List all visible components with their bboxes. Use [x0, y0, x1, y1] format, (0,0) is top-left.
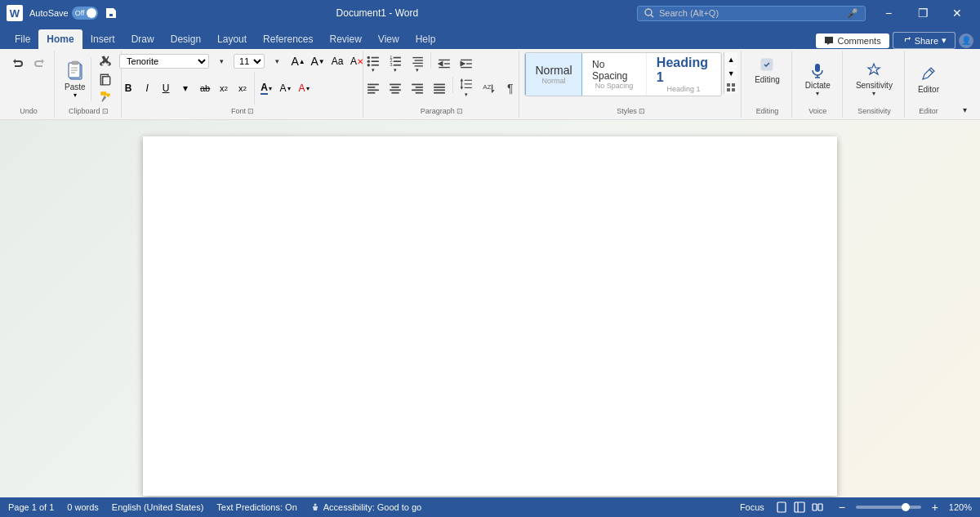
svg-rect-64: [795, 502, 804, 512]
clipboard-expand-icon[interactable]: ⊡: [102, 107, 109, 115]
italic-button[interactable]: I: [138, 79, 156, 97]
close-button[interactable]: ✕: [941, 2, 973, 25]
align-center-button[interactable]: [385, 77, 406, 100]
autosave-toggle[interactable]: Off: [72, 7, 98, 20]
tab-file[interactable]: File: [7, 29, 38, 49]
titlebar: W AutoSave Off Document1 - Word Search (…: [0, 0, 980, 26]
align-right-button[interactable]: [407, 77, 428, 100]
search-box[interactable]: Search (Alt+Q) 🎤: [637, 6, 866, 21]
strikethrough-btn[interactable]: ab: [196, 79, 214, 97]
font-divider1: [254, 72, 255, 105]
save-icon[interactable]: [105, 7, 118, 20]
styles-gallery: Normal Normal No Spacing No Spacing Head…: [524, 52, 722, 96]
multilevel-list-button[interactable]: ▾: [407, 52, 428, 75]
tab-review[interactable]: Review: [321, 29, 369, 49]
minimize-button[interactable]: −: [872, 2, 905, 25]
show-marks-button[interactable]: ¶: [500, 77, 521, 100]
share-button[interactable]: Share ▾: [893, 32, 956, 49]
comments-button[interactable]: Comments: [816, 33, 889, 48]
ribbon-expand-button[interactable]: ▾: [954, 104, 975, 116]
zoom-thumb[interactable]: [902, 503, 910, 511]
tab-insert[interactable]: Insert: [82, 29, 123, 49]
tab-design[interactable]: Design: [163, 29, 209, 49]
clipboard-secondary: [93, 52, 118, 106]
tab-view[interactable]: View: [370, 29, 408, 49]
restore-button[interactable]: ❐: [906, 2, 939, 25]
bullet-list-button[interactable]: ▾: [363, 52, 384, 75]
numbered-list-button[interactable]: 1.2.3. ▾: [385, 52, 406, 75]
undo-button[interactable]: [7, 54, 28, 70]
font-expand-icon[interactable]: ⊡: [247, 107, 254, 115]
decrease-indent-button[interactable]: [434, 52, 455, 75]
text-effect-button[interactable]: A ▾: [295, 79, 313, 97]
paste-button[interactable]: Paste ▾: [60, 56, 91, 102]
text-predictions[interactable]: Text Predictions: On: [216, 502, 296, 512]
styles-scroll-down[interactable]: ▼: [724, 66, 737, 80]
reader-view[interactable]: [810, 500, 825, 515]
style-heading1-item[interactable]: Heading 1 Heading 1: [647, 52, 721, 96]
undo-redo-content: [7, 54, 51, 106]
subscript-button[interactable]: x2: [215, 79, 233, 97]
para-row2: ▾ AZ ¶: [363, 77, 521, 100]
paragraph-label: Paragraph ⊡: [421, 106, 463, 116]
tab-references[interactable]: References: [255, 29, 321, 49]
zoom-level[interactable]: 120%: [949, 502, 972, 512]
highlight-color-button[interactable]: A ▾: [276, 79, 294, 97]
justify-button[interactable]: [429, 77, 450, 100]
focus-button[interactable]: Focus: [737, 501, 768, 514]
increase-indent-button[interactable]: [456, 52, 477, 75]
editor-group-label: Editor: [919, 106, 938, 116]
strikethrough-button[interactable]: ▾: [176, 79, 194, 97]
window-controls: − ❐ ✕: [872, 2, 973, 25]
undo-redo-group: Undo: [3, 51, 55, 118]
zoom-out-button[interactable]: −: [831, 499, 853, 515]
zoom-track[interactable]: [856, 506, 921, 509]
tab-layout[interactable]: Layout: [209, 29, 255, 49]
format-painter-button[interactable]: [95, 88, 116, 105]
sensitivity-label: Sensitivity: [856, 81, 893, 90]
paragraph-expand-icon[interactable]: ⊡: [457, 107, 463, 115]
word-logo: W: [7, 5, 23, 21]
editing-button[interactable]: Editing: [748, 52, 786, 87]
redo-button[interactable]: [29, 54, 51, 70]
font-name-dropdown[interactable]: ▾: [211, 57, 232, 65]
line-spacing-button[interactable]: ▾: [456, 77, 477, 100]
style-nospacing-item[interactable]: No Spacing No Spacing: [582, 52, 647, 96]
highlight-a: A: [280, 82, 287, 94]
style-normal-item[interactable]: Normal Normal: [525, 52, 582, 96]
accessibility-status[interactable]: Accessibility: Good to go: [310, 502, 421, 512]
sensitivity-button[interactable]: Sensitivity ▾: [849, 58, 899, 100]
styles-scroll: ▲ ▼: [724, 52, 737, 94]
web-view[interactable]: [792, 500, 807, 515]
search-placeholder: Search (Alt+Q): [659, 8, 719, 18]
editor-button[interactable]: Editor: [911, 62, 946, 97]
sort-button[interactable]: AZ: [478, 77, 499, 100]
decrease-font-button[interactable]: A▼: [309, 52, 327, 70]
superscript-button[interactable]: x2: [234, 79, 252, 97]
tab-draw[interactable]: Draw: [123, 29, 163, 49]
zoom-in-button[interactable]: +: [924, 499, 946, 515]
font-size-dropdown[interactable]: ▾: [266, 57, 287, 65]
user-avatar[interactable]: 👤: [959, 33, 973, 48]
language[interactable]: English (United States): [112, 502, 204, 512]
cut-button[interactable]: [95, 54, 116, 70]
increase-font-button[interactable]: A▲: [289, 52, 307, 70]
text-color-button[interactable]: A ▾: [257, 79, 275, 97]
bold-button[interactable]: B: [119, 79, 137, 97]
print-layout-view[interactable]: [774, 500, 789, 515]
editor-content: Editor: [911, 52, 946, 106]
tab-help[interactable]: Help: [408, 29, 444, 49]
copy-button[interactable]: [95, 71, 116, 87]
sensitivity-dropdown: ▾: [872, 90, 875, 97]
dictate-button[interactable]: Dictate ▾: [799, 58, 837, 100]
font-name-select[interactable]: Tenorite: [119, 54, 209, 69]
styles-expand-icon[interactable]: ⊡: [639, 107, 645, 115]
tab-home[interactable]: Home: [38, 29, 82, 49]
styles-expand-btn[interactable]: [724, 80, 737, 94]
styles-scroll-up[interactable]: ▲: [724, 52, 737, 66]
document-page[interactable]: [143, 136, 837, 496]
underline-button[interactable]: U: [157, 79, 175, 97]
font-size-select[interactable]: 11: [234, 54, 265, 69]
font-case-button[interactable]: Aa: [328, 52, 346, 70]
align-left-button[interactable]: [363, 77, 384, 100]
